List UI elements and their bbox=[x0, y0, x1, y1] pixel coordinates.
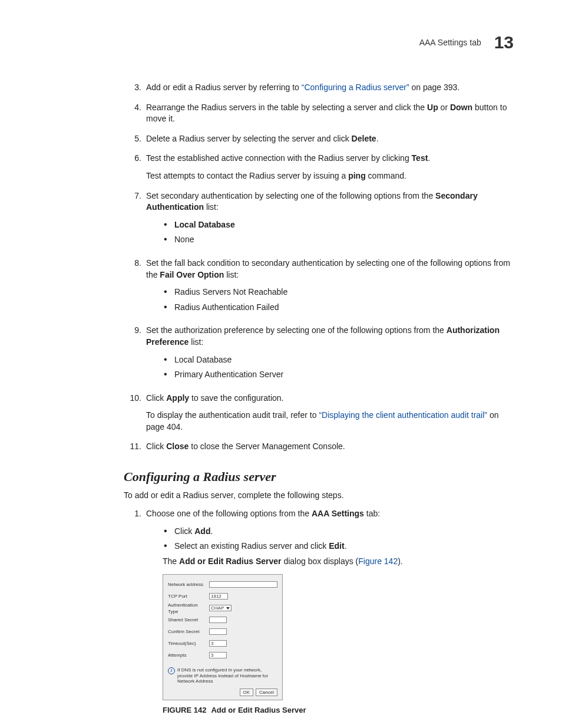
text: . bbox=[210, 526, 213, 536]
figure-caption: FIGURE 142Add or Edit Radius Server bbox=[163, 705, 514, 716]
attempts-input[interactable]: 3 bbox=[209, 652, 227, 658]
text: tab: bbox=[364, 509, 380, 518]
dialog-note: If DNS is not configured in your network… bbox=[177, 667, 277, 684]
text: To display the authentication audit trai… bbox=[146, 410, 319, 420]
text: list: bbox=[204, 202, 219, 212]
text: Select an existing Radius server and cli… bbox=[174, 541, 329, 551]
cancel-button[interactable]: Cancel bbox=[256, 689, 277, 696]
text: dialog box displays ( bbox=[282, 556, 359, 566]
subheading: Configuring a Radius server bbox=[124, 469, 514, 485]
text: Test attempts to contact the Radius serv… bbox=[146, 171, 348, 180]
bold: Add bbox=[194, 526, 210, 536]
attempts-label: Attempts bbox=[168, 652, 209, 658]
step-number: 8. bbox=[124, 258, 146, 317]
text: on page 393. bbox=[409, 83, 460, 92]
figure-number: FIGURE 142 bbox=[163, 706, 206, 714]
link-audit-trail[interactable]: “Displaying the client authentication au… bbox=[319, 410, 487, 420]
step-number: 6. bbox=[124, 153, 146, 182]
step-number: 7. bbox=[124, 190, 146, 249]
running-header: AAA Settings tab 13 bbox=[124, 32, 514, 52]
bold: ping bbox=[348, 171, 366, 180]
text: The bbox=[163, 556, 179, 566]
text: Add or edit a Radius server by referring… bbox=[146, 83, 302, 92]
bold: Apply bbox=[166, 393, 189, 403]
timeout-input[interactable]: 3 bbox=[209, 640, 227, 647]
confirm-secret-input[interactable] bbox=[209, 628, 227, 635]
text: Click bbox=[146, 393, 166, 403]
intro-paragraph: To add or edit a Radius server, complete… bbox=[124, 490, 514, 500]
tcp-port-label: TCP Port bbox=[168, 593, 209, 599]
network-address-input[interactable] bbox=[209, 581, 277, 588]
bold: Fail Over Option bbox=[160, 270, 224, 279]
text: to save the configuration. bbox=[189, 393, 283, 403]
text: list: bbox=[224, 270, 239, 279]
bold: Down bbox=[450, 103, 472, 112]
text: Set the authorization preference by sele… bbox=[146, 325, 447, 335]
ok-button[interactable]: OK bbox=[240, 689, 254, 696]
steps-list-a: 3. Add or edit a Radius server by referr… bbox=[124, 82, 514, 453]
bold: Edit bbox=[329, 541, 344, 551]
link-figure-142[interactable]: Figure 142 bbox=[358, 556, 398, 566]
bullet: Primary Authentication Server bbox=[174, 370, 283, 379]
text: or bbox=[438, 103, 450, 112]
step-number: 4. bbox=[124, 102, 146, 125]
bullet: Local Database bbox=[174, 220, 235, 229]
bold: Test bbox=[412, 153, 428, 163]
bold: Up bbox=[427, 103, 438, 112]
text: Choose one of the following options from… bbox=[146, 509, 312, 518]
text: Test the established active connection w… bbox=[146, 153, 412, 163]
text: . bbox=[376, 134, 379, 143]
text: ). bbox=[398, 556, 403, 566]
auth-type-select[interactable]: CHAP bbox=[209, 605, 232, 611]
text: command. bbox=[366, 171, 406, 180]
text: Rearrange the Radius servers in the tabl… bbox=[146, 103, 427, 112]
network-address-label: Network address bbox=[168, 581, 209, 588]
shared-secret-label: Shared Secret bbox=[168, 617, 209, 623]
confirm-secret-label: Confirm Secret bbox=[168, 628, 209, 635]
bullet: Radius Authentication Failed bbox=[174, 302, 279, 312]
text: . bbox=[345, 541, 347, 551]
step-number: 5. bbox=[124, 133, 146, 145]
step-number: 10. bbox=[124, 393, 146, 433]
text: . bbox=[428, 153, 430, 163]
timeout-label: Timeout(Sec) bbox=[168, 640, 209, 647]
text: list: bbox=[189, 337, 203, 347]
bold: AAA Settings bbox=[312, 509, 364, 518]
steps-list-b: 1. Choose one of the following options f… bbox=[124, 508, 514, 716]
text: to close the Server Management Console. bbox=[189, 442, 345, 451]
figure-title: Add or Edit Radius Server bbox=[211, 706, 306, 714]
radius-dialog: Network address TCP Port 1812 Authentica… bbox=[163, 574, 283, 700]
bold: Delete bbox=[352, 134, 376, 143]
bold: Close bbox=[166, 442, 189, 451]
step-number: 9. bbox=[124, 325, 146, 384]
bullet: Radius Servers Not Reachable bbox=[174, 287, 287, 297]
step-number: 1. bbox=[124, 508, 146, 716]
info-icon: i bbox=[168, 667, 175, 674]
chapter-number: 13 bbox=[494, 32, 514, 52]
step-number: 11. bbox=[124, 441, 146, 453]
text: Click bbox=[146, 442, 166, 451]
bold: Add or Edit Radius Server bbox=[179, 556, 281, 566]
auth-type-label: Authentication Type bbox=[168, 602, 209, 615]
text: Set secondary authentication by selectin… bbox=[146, 191, 435, 200]
text: Delete a Radius server by selecting the … bbox=[146, 134, 352, 143]
shared-secret-input[interactable] bbox=[209, 617, 227, 623]
link-configuring-radius[interactable]: “Configuring a Radius server” bbox=[302, 83, 409, 92]
tcp-port-input[interactable]: 1812 bbox=[209, 593, 228, 599]
text: Click bbox=[174, 526, 194, 536]
header-tab-label: AAA Settings tab bbox=[419, 38, 481, 47]
bullet: None bbox=[174, 235, 194, 244]
step-number: 3. bbox=[124, 82, 146, 94]
bullet: Local Database bbox=[174, 355, 232, 364]
